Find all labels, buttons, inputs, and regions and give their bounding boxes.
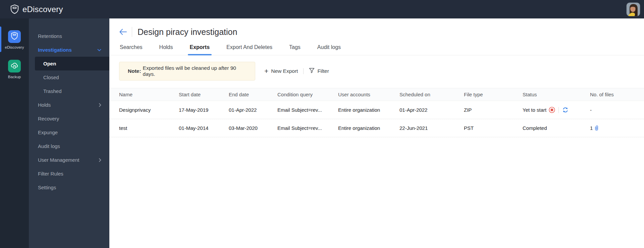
tab-exports[interactable]: Exports — [189, 44, 211, 55]
row-end-date: 01-Apr-2022 — [229, 107, 277, 113]
chevron-right-icon — [99, 103, 101, 107]
col-header-file-type: File type — [464, 92, 523, 97]
toolbar-divider — [303, 68, 304, 74]
sidebar-item-expunge[interactable]: Expunge — [29, 126, 109, 139]
chevron-down-icon — [97, 49, 101, 51]
paperclip-icon[interactable] — [594, 125, 599, 131]
note-banner: Note: Exported files will be cleaned up … — [119, 62, 255, 81]
refresh-icon[interactable] — [562, 107, 569, 113]
chevron-right-icon — [99, 158, 101, 162]
row-end-date: 03-Mar-2020 — [229, 125, 277, 131]
user-avatar[interactable] — [627, 3, 640, 16]
row-start-date: 17-May-2019 — [179, 107, 229, 113]
row-status: Completed — [523, 125, 590, 131]
sidebar-item-holds[interactable]: Holds — [29, 98, 109, 112]
stop-icon[interactable] — [549, 107, 555, 113]
row-scheduled-on: 22-Jun-2021 — [399, 125, 464, 131]
col-header-condition-query: Condition query — [277, 92, 338, 97]
table-row[interactable]: Designprivacy 17-May-2019 01-Apr-2022 Em… — [109, 101, 644, 119]
sidebar-item-trashed[interactable]: Trashed — [29, 84, 109, 98]
row-scheduled-on: 01-Apr-2022 — [399, 107, 464, 113]
col-header-end-date: End date — [229, 92, 277, 97]
new-export-button[interactable]: + New Export — [264, 68, 298, 75]
col-header-no-of-files: No. of files — [590, 92, 644, 97]
note-text: Exported files will be cleaned up after … — [143, 65, 247, 77]
note-prefix: Note: — [128, 68, 141, 74]
sidebar-item-user-management[interactable]: User Management — [29, 153, 109, 167]
shield-logo-icon — [10, 4, 19, 14]
rail-item-backup[interactable]: Backup — [0, 54, 29, 84]
header-divider — [132, 27, 132, 37]
tab-holds[interactable]: Holds — [159, 44, 174, 55]
note-toolbar-row: Note: Exported files will be cleaned up … — [119, 62, 644, 81]
col-header-user-accounts: User accounts — [338, 92, 399, 97]
app-rail: eDiscovery Backup — [0, 18, 29, 248]
row-condition-query: Email Subject=rev... — [277, 107, 338, 113]
rail-label-backup: Backup — [8, 75, 21, 79]
tab-searches[interactable]: Searches — [119, 44, 143, 55]
col-header-status: Status — [523, 92, 590, 97]
page-header: Design piracy investigation — [109, 23, 644, 37]
tab-bar: Searches Holds Exports Export And Delete… — [109, 37, 644, 55]
rail-item-ediscovery[interactable]: eDiscovery — [0, 24, 29, 54]
rail-label-ediscovery: eDiscovery — [5, 45, 24, 49]
row-user-accounts: Entire organization — [338, 107, 399, 113]
tab-audit-logs[interactable]: Audit logs — [317, 44, 341, 55]
app-title: eDiscovery — [22, 5, 63, 14]
shield-icon — [11, 32, 18, 41]
exports-table: Name Start date End date Condition query… — [109, 88, 644, 137]
sidebar-item-open[interactable]: Open — [35, 57, 109, 70]
back-arrow-icon[interactable] — [119, 29, 127, 35]
row-file-type: PST — [464, 125, 523, 131]
page-title: Design piracy investigation — [138, 27, 237, 37]
sidebar: Retentions Investigations Open Closed Tr… — [29, 18, 109, 248]
tab-export-and-deletes[interactable]: Export And Deletes — [226, 44, 273, 55]
sidebar-item-investigations[interactable]: Investigations — [29, 43, 109, 57]
table-header-row: Name Start date End date Condition query… — [109, 88, 644, 101]
filter-button[interactable]: Filter — [309, 68, 329, 75]
plus-icon: + — [264, 67, 268, 75]
row-files: 1 — [590, 125, 644, 131]
sidebar-item-audit-logs[interactable]: Audit logs — [29, 139, 109, 153]
topbar: eDiscovery — [0, 0, 644, 18]
sidebar-item-closed[interactable]: Closed — [29, 70, 109, 84]
status-divider — [558, 107, 559, 113]
row-name: test — [119, 125, 179, 131]
ediscovery-tile — [8, 30, 21, 43]
col-header-name: Name — [119, 92, 179, 97]
row-start-date: 01-May-2014 — [179, 125, 229, 131]
sidebar-item-filter-rules[interactable]: Filter Rules — [29, 167, 109, 181]
sidebar-item-retentions[interactable]: Retentions — [29, 29, 109, 43]
row-name: Designprivacy — [119, 107, 179, 113]
cloud-backup-icon — [10, 61, 18, 71]
backup-tile — [8, 60, 21, 72]
sidebar-item-recovery[interactable]: Recovery — [29, 112, 109, 126]
sidebar-item-settings[interactable]: Settings — [29, 181, 109, 194]
row-file-type: ZIP — [464, 107, 523, 113]
toolbar: + New Export Filter — [264, 68, 329, 75]
row-files: - — [590, 107, 644, 113]
col-header-scheduled-on: Scheduled on — [399, 92, 464, 97]
table-row[interactable]: test 01-May-2014 03-Mar-2020 Email Subje… — [109, 119, 644, 137]
tab-tags[interactable]: Tags — [288, 44, 301, 55]
row-condition-query: Email Subject=rev... — [277, 125, 338, 131]
app-logo: eDiscovery — [10, 4, 63, 14]
main-content: Design piracy investigation Searches Hol… — [109, 18, 644, 248]
col-header-start-date: Start date — [179, 92, 229, 97]
filter-funnel-icon — [309, 68, 315, 75]
row-status: Yet to start — [523, 107, 590, 113]
row-user-accounts: Entire organization — [338, 125, 399, 131]
